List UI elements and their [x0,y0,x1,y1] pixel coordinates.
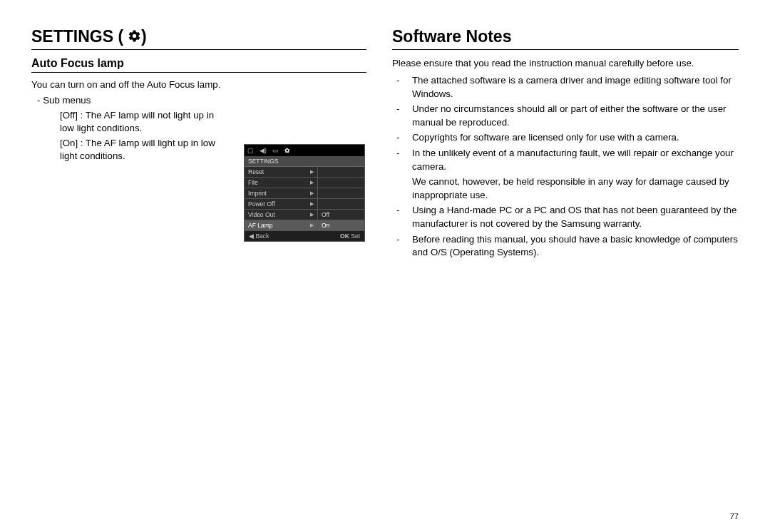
camera-lcd-preview: ▢ ◀) ▭ ✿ SETTINGS Reset▶ File▶ Imprint▶ … [244,144,365,242]
lcd-row-aflamp: AF Lamp▶On [245,220,364,231]
sound-icon: ◀) [260,147,267,154]
lcd-row-videoout: Video Out▶Off [245,210,364,220]
note-bullet-4: -In the unlikely event of a manufacturin… [392,147,739,173]
submenu-on: [On] : The AF lamp will light up in low … [60,137,222,163]
lcd-back: ◀ Back [249,232,269,240]
note-bullet-3: -Copyrights for software are licensed on… [392,131,739,145]
settings-heading: SETTINGS ( ) [31,27,366,50]
heading-text-prefix: SETTINGS ( [31,27,123,46]
lcd-row-imprint: Imprint▶ [245,188,364,199]
lcd-footer: ◀ Back OK Set [245,231,364,241]
note-bullet-1: -The attached software is a camera drive… [392,74,739,101]
auto-focus-lamp-subheading: Auto Focus lamp [31,57,366,73]
page-number: 77 [730,512,739,521]
lcd-top-tabs: ▢ ◀) ▭ ✿ [245,145,364,156]
gear-icon [128,28,141,47]
left-column: SETTINGS ( ) Auto Focus lamp You can tur… [31,27,385,519]
software-notes-heading: Software Notes [392,27,739,50]
lcd-option-on: On [318,220,364,231]
software-intro: Please ensure that you read the instruct… [392,57,739,70]
manual-page: SETTINGS ( ) Auto Focus lamp You can tur… [0,0,770,532]
submenu-off: [Off] : The AF lamp will not light up in… [60,109,222,135]
note-bullet-5: -Using a Hand-made PC or a PC and OS tha… [392,204,739,230]
lcd-ok-set: OK Set [340,232,360,240]
submenus-label: Sub menus [47,94,366,107]
lcd-row-reset: Reset▶ [245,167,364,178]
lcd-section-title: SETTINGS [245,156,364,167]
note-bullet-6: -Before reading this manual, you should … [392,233,739,260]
note-bullet-2: -Under no circumstances should all or pa… [392,103,739,129]
software-notes-heading-text: Software Notes [392,27,511,46]
lcd-row-poweroff: Power Off▶ [245,199,364,210]
lcd-option-off: Off [318,210,364,220]
heading-text-suffix: ) [141,27,147,46]
lcd-row-file: File▶ [245,178,364,188]
right-column: Software Notes Please ensure that you re… [385,27,739,519]
settings-tab-icon: ✿ [284,147,290,154]
display-icon: ▭ [272,147,279,154]
camera-icon: ▢ [247,147,254,154]
note-bullet-4-cont: We cannot, however, be held responsible … [412,175,739,202]
intro-text: You can turn on and off the Auto Focus l… [31,78,366,91]
